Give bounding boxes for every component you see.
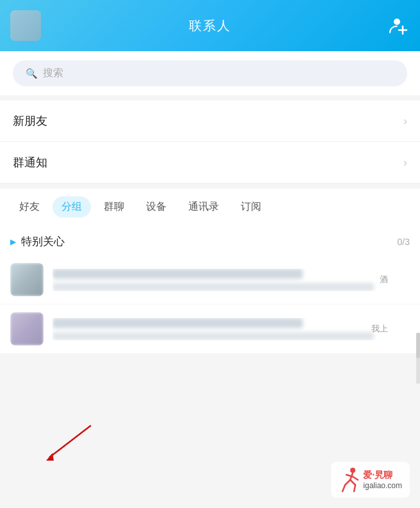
watermark-text: 爱·旯聊 igaliao.com — [363, 470, 402, 490]
watermark-brand: 爱·旯聊 — [363, 470, 402, 481]
watermark: 爱·旯聊 igaliao.com — [331, 462, 410, 498]
menu-section: 新朋友 › 群通知 › — [0, 100, 420, 184]
page-title: 联系人 — [189, 17, 231, 35]
group-count: 0/3 — [398, 237, 410, 247]
watermark-url: igaliao.com — [363, 481, 402, 490]
search-bar[interactable]: 🔍 搜索 — [13, 60, 407, 86]
svg-line-8 — [343, 485, 345, 491]
svg-point-0 — [394, 19, 400, 25]
tab-friends[interactable]: 好友 — [10, 196, 49, 218]
group-title: 特别关心 — [21, 234, 65, 249]
svg-line-3 — [49, 425, 91, 457]
add-contact-button[interactable] — [387, 14, 410, 37]
group-header-left: ▶ 特别关心 — [10, 234, 65, 249]
avatar[interactable] — [10, 10, 41, 41]
tab-group-chat[interactable]: 群聊 — [95, 196, 133, 218]
contact-suffix-1: 酒 — [380, 274, 388, 285]
tabs-section: 好友 分组 群聊 设备 通讯录 订阅 ▶ 特别关心 0/3 酒 — [0, 189, 420, 354]
scrollbar-track[interactable] — [416, 333, 420, 384]
contact-msg-2 — [52, 332, 374, 340]
contact-info-2 — [52, 318, 410, 340]
group-notifications-item[interactable]: 群通知 › — [0, 142, 420, 184]
search-container: 🔍 搜索 — [0, 51, 420, 95]
avatar-image-1 — [10, 263, 44, 296]
watermark-logo — [339, 467, 359, 493]
header: 联系人 — [0, 0, 420, 51]
group-header: ▶ 特别关心 0/3 — [0, 225, 420, 255]
tab-subscriptions[interactable]: 订阅 — [232, 196, 270, 218]
tab-groups[interactable]: 分组 — [52, 196, 91, 218]
contact-name-2 — [52, 318, 303, 328]
search-icon: 🔍 — [26, 68, 38, 79]
tab-contacts[interactable]: 通讯录 — [179, 196, 228, 218]
contact-avatar-1 — [10, 263, 44, 296]
chevron-right-icon: › — [403, 156, 407, 170]
chevron-right-icon: › — [403, 115, 407, 128]
contact-avatar-2 — [10, 312, 44, 345]
svg-marker-4 — [46, 453, 54, 461]
new-friends-label: 新朋友 — [13, 113, 47, 129]
contact-item-2[interactable]: 我上 — [0, 305, 420, 354]
group-notifications-label: 群通知 — [13, 155, 47, 170]
contact-info-1 — [52, 269, 410, 291]
new-friends-item[interactable]: 新朋友 › — [0, 100, 420, 142]
avatar-image — [10, 10, 41, 41]
svg-line-12 — [353, 477, 358, 480]
tab-devices[interactable]: 设备 — [137, 196, 175, 218]
tabs-container: 好友 分组 群聊 设备 通讯录 订阅 — [0, 189, 420, 225]
contact-list: 酒 我上 — [0, 255, 420, 354]
red-arrow-annotation — [40, 422, 97, 467]
svg-line-7 — [345, 480, 350, 485]
add-person-icon — [389, 16, 408, 35]
contact-suffix-2: 我上 — [371, 323, 388, 335]
runner-icon — [339, 467, 359, 493]
search-placeholder: 搜索 — [43, 67, 63, 80]
svg-line-10 — [354, 485, 355, 491]
avatar-image-2 — [10, 312, 44, 345]
triangle-icon: ▶ — [10, 237, 16, 246]
svg-line-9 — [350, 480, 355, 485]
contact-item-1[interactable]: 酒 — [0, 255, 420, 305]
contact-name-1 — [52, 269, 303, 279]
contact-msg-1 — [52, 283, 374, 291]
scrollbar-thumb[interactable] — [416, 333, 420, 358]
